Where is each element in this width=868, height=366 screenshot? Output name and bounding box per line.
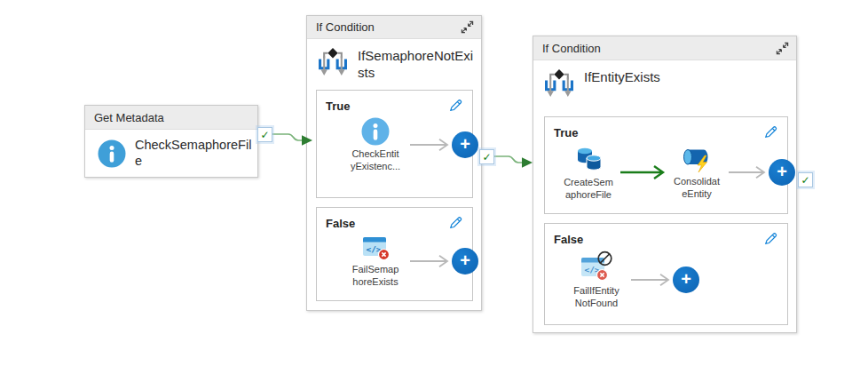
activity-create-semaphore-label: CreateSem aphoreFile	[564, 176, 613, 202]
activity-create-semaphore[interactable]: CreateSem aphoreFile	[559, 144, 618, 202]
activity-check-entity[interactable]: CheckEntit yExistenc...	[343, 117, 407, 173]
if2-name: IfEntityExists	[584, 68, 660, 86]
info-icon	[361, 117, 390, 146]
if1-false-panel[interactable]: False </>	[316, 207, 473, 301]
if1-type-label: If Condition	[316, 20, 375, 34]
add-activity-button[interactable]: +	[673, 267, 699, 293]
copy-data-icon	[572, 144, 604, 174]
get-metadata-name: CheckSemaphoreFil e	[135, 138, 251, 169]
edit-pencil-icon[interactable]	[447, 98, 463, 114]
if2-type-label: If Condition	[542, 42, 601, 55]
success-port-get-metadata[interactable]: ✓	[257, 127, 272, 142]
if2-header: If Condition	[533, 36, 796, 60]
activity-fail-semaphore[interactable]: </> FailSemap horeExists	[343, 235, 407, 289]
activity-fail-entity[interactable]: </> FailIfEntity NotFound	[564, 251, 628, 310]
collapse-icon[interactable]	[776, 42, 789, 55]
stored-procedure-icon	[681, 145, 713, 173]
activity-consolidate-entity[interactable]: Consolidat eEntity	[667, 145, 726, 201]
fail-icon: </>	[360, 235, 391, 261]
if1-name: IfSemaphoreNotExi sts	[358, 47, 473, 82]
flow-arrow-success	[619, 164, 666, 180]
activity-check-entity-label: CheckEntit yExistenc...	[351, 147, 400, 173]
edit-pencil-icon[interactable]	[762, 231, 778, 247]
if1-true-panel[interactable]: True Che	[316, 90, 473, 198]
get-metadata-type-label: Get Metadata	[94, 111, 164, 124]
pipeline-canvas[interactable]: Get Metadata CheckSemaphoreFil e If Cond…	[0, 0, 868, 366]
get-metadata-header: Get Metadata	[85, 106, 257, 130]
if-condition-icon	[542, 68, 576, 98]
add-activity-button[interactable]: +	[452, 131, 478, 158]
add-activity-button[interactable]: +	[769, 159, 795, 186]
activity-fail-entity-label: FailIfEntity NotFound	[573, 284, 619, 310]
if1-false-label: False	[326, 217, 355, 230]
if2-true-label: True	[554, 126, 578, 139]
success-port-if2[interactable]: ✓	[798, 172, 813, 187]
if2-false-label: False	[554, 233, 583, 246]
flow-arrow	[409, 138, 450, 152]
success-port-if1[interactable]: ✓	[479, 149, 494, 164]
fail-deactivated-icon: </>	[579, 251, 614, 282]
edit-pencil-icon[interactable]	[762, 124, 778, 140]
activity-if-condition-entity[interactable]: If Condition	[533, 36, 797, 333]
activity-consolidate-entity-label: Consolidat eEntity	[674, 175, 720, 201]
collapse-icon[interactable]	[461, 20, 474, 34]
add-activity-button[interactable]: +	[452, 248, 478, 274]
edit-pencil-icon[interactable]	[447, 215, 463, 231]
flow-arrow	[728, 165, 767, 179]
if1-header: If Condition	[307, 16, 481, 39]
activity-if-condition-semaphore[interactable]: If Condition	[306, 15, 482, 311]
if1-true-label: True	[326, 99, 350, 113]
flow-arrow	[630, 273, 671, 287]
activity-get-metadata[interactable]: Get Metadata CheckSemaphoreFil e	[84, 105, 258, 178]
if2-false-panel[interactable]: False </>	[544, 223, 788, 325]
flow-arrow	[409, 254, 450, 268]
get-metadata-icon	[98, 139, 126, 168]
if-condition-icon	[316, 47, 350, 76]
if2-true-panel[interactable]: True	[544, 116, 788, 214]
activity-fail-semaphore-label: FailSemap horeExists	[352, 263, 399, 289]
